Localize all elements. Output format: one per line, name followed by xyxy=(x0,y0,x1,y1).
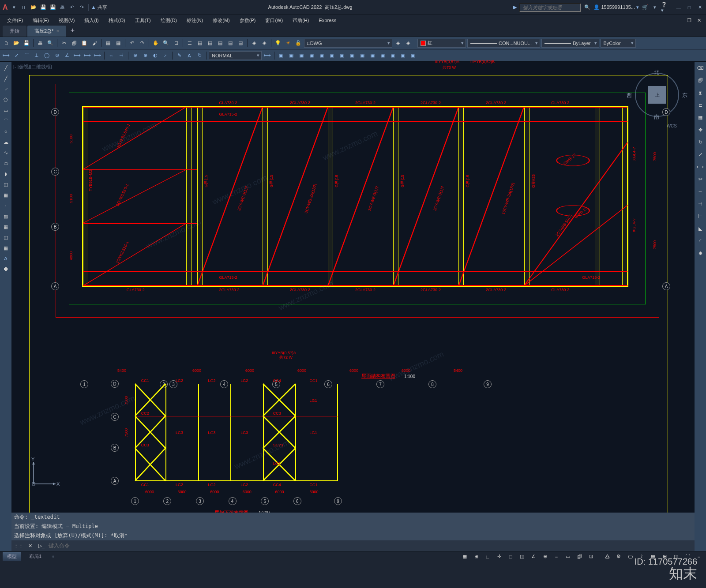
line-icon[interactable]: ╱ xyxy=(1,64,10,72)
insert-icon[interactable]: ◫ xyxy=(1,180,10,189)
redo-icon[interactable]: ↷ xyxy=(79,4,86,11)
dim-ang-icon[interactable]: ∠ xyxy=(63,51,71,60)
dim-space-icon[interactable]: ↔ xyxy=(107,51,116,60)
offset-icon[interactable]: ⊏ xyxy=(696,101,705,109)
menu-view[interactable]: 视图(V) xyxy=(54,16,79,25)
layerp-icon[interactable]: ◈ xyxy=(394,39,402,48)
dim-quick-icon[interactable]: ⟼ xyxy=(73,51,82,60)
new-icon[interactable]: 🗋 xyxy=(2,39,11,48)
plotstyle-combo[interactable]: ByColor xyxy=(601,39,636,48)
trim-icon[interactable]: ✂ xyxy=(696,175,705,184)
viewcube-e[interactable]: 东 xyxy=(682,92,687,99)
qc-icon[interactable]: ▤ xyxy=(236,39,245,48)
dim-break-icon[interactable]: ⊣ xyxy=(117,51,126,60)
menu-modify[interactable]: 修改(M) xyxy=(208,16,234,25)
ellipse-icon[interactable]: ⬭ xyxy=(1,159,10,168)
cut-icon[interactable]: ✂ xyxy=(60,39,68,48)
match-icon[interactable]: 🖌 xyxy=(90,39,99,48)
undo-icon[interactable]: ↶ xyxy=(128,39,136,48)
t12-icon[interactable]: ▣ xyxy=(388,51,397,60)
save-icon[interactable]: 💾 xyxy=(22,39,31,48)
erase-icon[interactable]: ⌫ xyxy=(696,64,705,72)
dim-dia-icon[interactable]: ⊘ xyxy=(53,51,61,60)
block-icon[interactable]: ▦ xyxy=(1,191,10,199)
block-icon[interactable]: ▦ xyxy=(104,39,113,48)
layeroff-icon[interactable]: ◈ xyxy=(260,39,269,48)
menu-window[interactable]: 窗口(W) xyxy=(261,16,287,25)
t5-icon[interactable]: ▣ xyxy=(317,51,326,60)
open-icon[interactable]: 📂 xyxy=(30,4,37,11)
dimedit-icon[interactable]: ✎ xyxy=(175,51,184,60)
break-icon[interactable]: ⊣ xyxy=(696,199,705,208)
circle-icon[interactable]: ○ xyxy=(1,127,10,136)
dc-icon[interactable]: ▤ xyxy=(195,39,204,48)
menu-draw[interactable]: 绘图(D) xyxy=(156,16,181,25)
sb-3dosnap-icon[interactable]: ◫ xyxy=(518,552,526,561)
command-input[interactable] xyxy=(49,543,692,549)
linetype-combo[interactable]: CON...NUOU... xyxy=(467,39,540,48)
sb-osnap-icon[interactable]: □ xyxy=(506,552,515,561)
scale-icon[interactable]: ⤢ xyxy=(696,150,705,159)
layer-lock-icon[interactable]: 🔓 xyxy=(294,39,303,48)
zoom-icon[interactable]: 🔍 xyxy=(161,39,170,48)
t13-icon[interactable]: ▣ xyxy=(398,51,407,60)
addsel-icon[interactable]: 🞦 xyxy=(1,265,10,273)
share-link[interactable]: ▲ 共享 xyxy=(91,4,107,11)
cmd-handle-icon[interactable]: ⋮⋮ xyxy=(14,541,23,550)
mirror-icon[interactable]: ⧗ xyxy=(696,88,705,97)
fillet-icon[interactable]: ◜ xyxy=(696,236,705,245)
pline-icon[interactable]: ⟋ xyxy=(1,85,10,94)
explode-icon[interactable]: ✸ xyxy=(696,249,705,258)
viewport-label[interactable]: [-][俯视][二维线框] xyxy=(13,64,52,70)
sb-sc-icon[interactable]: ⊡ xyxy=(586,552,595,561)
sb-qp-icon[interactable]: 🗐 xyxy=(575,552,584,561)
sb-lwt-icon[interactable]: ≡ xyxy=(552,552,561,561)
dimstyle-icon[interactable]: ⟼ xyxy=(263,51,272,60)
menu-tools[interactable]: 工具(T) xyxy=(131,16,155,25)
dim-base-icon[interactable]: ⟼ xyxy=(83,51,92,60)
tp-icon[interactable]: ▤ xyxy=(206,39,214,48)
print-icon[interactable]: 🖶 xyxy=(36,39,45,48)
t1-icon[interactable]: ▣ xyxy=(277,51,285,60)
dim-ord-icon[interactable]: ⊥ xyxy=(32,51,41,60)
open-icon[interactable]: 📂 xyxy=(12,39,21,48)
point-icon[interactable]: · xyxy=(1,201,10,210)
extend-icon[interactable]: → xyxy=(696,187,705,196)
menu-help[interactable]: 帮助(H) xyxy=(288,16,313,25)
dim-aligned-icon[interactable]: ⤢ xyxy=(12,51,21,60)
sb-snap-icon[interactable]: ⊞ xyxy=(472,552,481,561)
paste-icon[interactable]: 📋 xyxy=(80,39,89,48)
copy-icon[interactable]: 🗐 xyxy=(696,76,705,85)
chamfer-icon[interactable]: ◣ xyxy=(696,224,705,233)
table-icon[interactable]: ▦ xyxy=(1,243,10,252)
saveas-icon[interactable]: 💾 xyxy=(49,4,56,11)
t8-icon[interactable]: ▣ xyxy=(348,51,357,60)
new-icon[interactable]: 🗋 xyxy=(20,4,27,11)
menu-edit[interactable]: 编辑(E) xyxy=(28,16,53,25)
ssm-icon[interactable]: ▤ xyxy=(216,39,225,48)
dimupd-icon[interactable]: ↻ xyxy=(195,51,204,60)
cmd-close-icon[interactable]: ✕ xyxy=(26,541,34,550)
layer-bulb-icon[interactable]: 💡 xyxy=(274,39,282,48)
close-icon[interactable]: ✕ xyxy=(696,4,703,11)
tab-start[interactable]: 开始 xyxy=(3,26,26,37)
doc-close-icon[interactable]: ✕ xyxy=(695,17,703,24)
t4-icon[interactable]: ▣ xyxy=(307,51,316,60)
sb-ann-icon[interactable]: 🛆 xyxy=(603,552,612,561)
inspect-icon[interactable]: ◐ xyxy=(151,51,160,60)
search-input[interactable] xyxy=(519,3,581,12)
menu-file[interactable]: 文件(F) xyxy=(3,16,27,25)
jog-icon[interactable]: ⦢ xyxy=(161,51,170,60)
mark-icon[interactable]: ▤ xyxy=(226,39,235,48)
dim-cont-icon[interactable]: ⟼ xyxy=(93,51,102,60)
redo-icon[interactable]: ↷ xyxy=(138,39,146,48)
sb-grid-icon[interactable]: ▦ xyxy=(460,552,469,561)
sb-ortho-icon[interactable]: ∟ xyxy=(483,552,492,561)
doc-min-icon[interactable]: — xyxy=(675,17,684,24)
t14-icon[interactable]: ▣ xyxy=(409,51,417,60)
a360-icon[interactable]: 🛒 xyxy=(642,4,649,11)
copy-icon[interactable]: 🗐 xyxy=(70,39,79,48)
layeriso-icon[interactable]: ◈ xyxy=(404,39,413,48)
dimtedit-icon[interactable]: A xyxy=(185,51,194,60)
tab-document[interactable]: 高压2总* xyxy=(27,26,66,37)
